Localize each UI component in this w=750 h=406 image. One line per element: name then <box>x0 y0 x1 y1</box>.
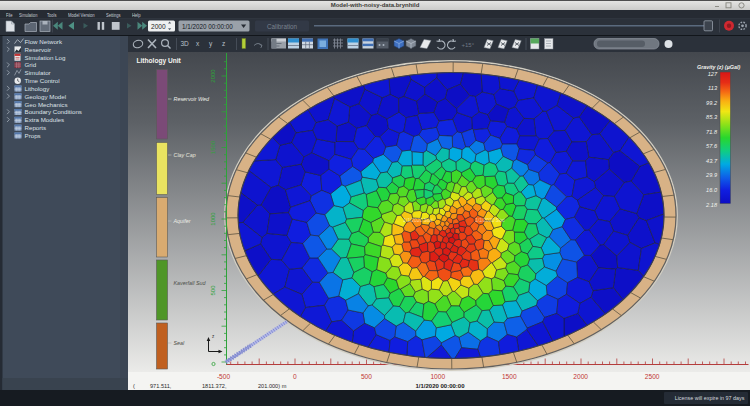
svg-text:1/1/2020 Stat: 1/1/2020 Stat <box>475 217 505 223</box>
svg-text:1/1/2020 00:00:00: 1/1/2020 00:00:00 <box>182 23 233 30</box>
svg-text:0: 0 <box>293 373 297 380</box>
svg-text:Clay Cap: Clay Cap <box>174 152 196 158</box>
svg-text:Reservoir Wed: Reservoir Wed <box>174 96 211 102</box>
svg-text:2000: 2000 <box>573 373 588 380</box>
svg-text:57.6: 57.6 <box>706 143 718 149</box>
svg-text:Reservoir: Reservoir <box>25 46 51 53</box>
svg-text:Gravity (z) (µGal): Gravity (z) (µGal) <box>697 64 740 70</box>
svg-text:500: 500 <box>361 373 372 380</box>
svg-text:85.3: 85.3 <box>706 114 718 120</box>
svg-text:Geo Mechanics: Geo Mechanics <box>25 101 68 108</box>
svg-text:127: 127 <box>708 71 718 77</box>
svg-text:Props: Props <box>25 132 41 139</box>
svg-text:Lithology Unit: Lithology Unit <box>137 57 182 65</box>
svg-text:Simulator: Simulator <box>25 69 51 76</box>
svg-text:1/1/2020 Stat: 1/1/2020 Stat <box>403 217 433 223</box>
svg-text:Grid: Grid <box>25 61 37 68</box>
svg-text:Extra Modules: Extra Modules <box>25 116 65 123</box>
svg-text:43.7: 43.7 <box>706 158 718 164</box>
svg-text:71.8: 71.8 <box>706 129 718 135</box>
svg-text:z: z <box>222 40 225 47</box>
svg-text:Time Control: Time Control <box>25 77 60 84</box>
svg-text:Lithology: Lithology <box>25 85 51 92</box>
svg-text:-500: -500 <box>217 373 231 380</box>
svg-text:500: 500 <box>210 285 216 296</box>
svg-text:Reports: Reports <box>25 124 47 131</box>
svg-text:99.2: 99.2 <box>706 100 718 106</box>
svg-text:201.000) m: 201.000) m <box>258 383 287 389</box>
svg-text:971.511,: 971.511, <box>150 383 172 389</box>
svg-text:29.9: 29.9 <box>705 172 717 178</box>
svg-text:16.0: 16.0 <box>706 187 718 193</box>
svg-text:1500: 1500 <box>210 140 216 154</box>
svg-text:+15°: +15° <box>462 42 475 48</box>
svg-text:1811.372,: 1811.372, <box>202 383 227 389</box>
svg-text:Kaverfall Sud: Kaverfall Sud <box>174 280 207 286</box>
svg-text:Geology Model: Geology Model <box>25 93 67 100</box>
svg-text:2000: 2000 <box>210 69 216 83</box>
svg-text:1000: 1000 <box>210 212 216 226</box>
svg-text:(: ( <box>133 383 135 389</box>
svg-text:3D: 3D <box>181 40 190 47</box>
svg-text:Simulation Log: Simulation Log <box>25 54 66 61</box>
svg-text:1500: 1500 <box>502 373 517 380</box>
svg-text:2.18: 2.18 <box>705 202 718 208</box>
svg-text:2500: 2500 <box>645 373 660 380</box>
svg-text:Seal: Seal <box>174 340 186 346</box>
svg-text:1000: 1000 <box>430 373 445 380</box>
svg-text:Flow Network: Flow Network <box>25 38 63 45</box>
svg-text:Calibration: Calibration <box>267 23 298 30</box>
svg-text:113: 113 <box>708 85 718 91</box>
svg-text:Aquifer: Aquifer <box>173 218 191 224</box>
svg-text:Boundary Conditions: Boundary Conditions <box>25 108 82 115</box>
svg-text:1/1/2020 00:00:00: 1/1/2020 00:00:00 <box>415 383 465 389</box>
svg-text:2000: 2000 <box>151 23 166 30</box>
